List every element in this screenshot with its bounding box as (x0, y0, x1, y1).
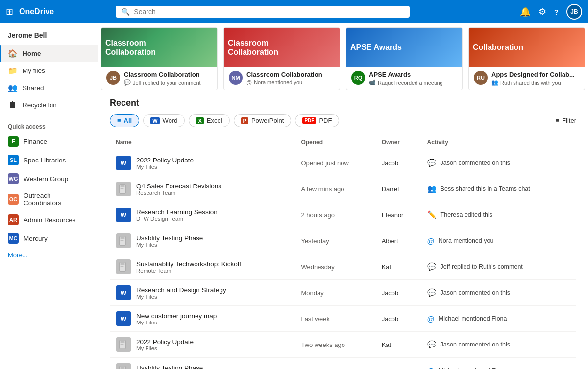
table-row[interactable]: W Research and Design Strategy My Files … (110, 280, 576, 306)
filter-all[interactable]: ≡ All (110, 114, 139, 127)
table-row[interactable]: Usablity Testing Phase My Files Yesterda… (110, 228, 576, 254)
generic-file-icon (116, 337, 131, 352)
activity-text: Michael mentioned Fiona (439, 367, 507, 369)
word-filter-icon: W (150, 117, 159, 124)
table-row[interactable]: Sustainablity Techworkshop: Kickoff Remo… (110, 254, 576, 280)
file-activity: 💬 Jason commented on this (421, 150, 576, 176)
cards-row: ClassroomCollaboration JB Classroom Coll… (98, 23, 588, 94)
file-location: My Files (136, 164, 194, 170)
sidebar-item-western[interactable]: WG Western Group (0, 169, 98, 188)
sidebar-item-finance[interactable]: F Finance (0, 132, 98, 151)
sidebar-label-admin: Admin Resources (24, 216, 76, 224)
card-apse[interactable]: APSE Awards RQ APSE Awards 📹 Raquel reco… (346, 27, 463, 90)
activity-icon: @ (427, 315, 435, 323)
file-owner: Darrel (376, 176, 421, 202)
table-row[interactable]: W 2022 Policy Update My Files Opened jus… (110, 150, 576, 176)
file-name-cell[interactable]: Usablity Testing Phase Environmental Sus… (110, 358, 295, 369)
file-name-cell[interactable]: 2022 Policy Update My Files (110, 332, 295, 358)
file-name-cell[interactable]: W Research and Design Strategy My Files (110, 280, 295, 306)
table-row[interactable]: Usablity Testing Phase Environmental Sus… (110, 358, 576, 369)
file-location: My Files (136, 294, 226, 300)
file-type-icon: W (116, 285, 131, 300)
excel-filter-icon: X (196, 117, 203, 124)
western-icon: WG (8, 173, 19, 184)
card1-subtitle: 💬 Jeff replied to your comment (124, 79, 201, 86)
card-classroom2[interactable]: ClassroomCollaboration NM Classroom Coll… (223, 27, 340, 90)
sidebar-label-spec: Spec Libraries (24, 157, 66, 164)
file-location: D+W Design Team (136, 216, 218, 222)
search-box[interactable]: 🔍 (116, 6, 410, 18)
all-filter-icon: ≡ (117, 117, 121, 124)
activity-icon: @ (427, 237, 435, 245)
settings-icon[interactable]: ⚙ (539, 6, 546, 17)
generic-file-icon (116, 363, 131, 369)
file-name-cell[interactable]: W New customer journey map My Files (110, 306, 295, 332)
outreach-icon: OC (8, 194, 19, 205)
ppt-filter-icon: P (241, 117, 248, 124)
card-avatar-1: JB (106, 71, 120, 85)
file-activity: @ Nora mentioned you (421, 228, 576, 254)
sidebar-item-mercury[interactable]: MC Mercury (0, 229, 98, 248)
filter-bar: ≡ All W Word X Excel P PowerPoint PDF (110, 114, 576, 127)
sidebar-item-shared[interactable]: 👥 Shared (0, 79, 98, 96)
card2-subtitle: @ Nora mentioned you (246, 79, 322, 85)
sidebar-more[interactable]: More... (0, 248, 98, 263)
file-opened: Monday (295, 280, 375, 306)
file-name-cell[interactable]: W Research Learning Session D+W Design T… (110, 202, 295, 228)
file-name: Usablity Testing Phase (136, 364, 207, 369)
sidebar-item-home[interactable]: 🏠 Home (0, 45, 98, 62)
file-name-cell[interactable]: Usablity Testing Phase My Files (110, 228, 295, 254)
file-name-cell[interactable]: W 2022 Policy Update My Files (110, 150, 295, 176)
file-name: 2022 Policy Update (136, 338, 194, 346)
generic-file-icon (116, 259, 131, 274)
user-avatar[interactable]: JB (566, 4, 582, 20)
file-name: Research and Design Strategy (136, 286, 226, 294)
file-location: My Files (136, 320, 217, 325)
sidebar-label-recycle: Recycle bin (23, 101, 57, 109)
file-name-cell[interactable]: Q4 Sales Forecast Revisions Research Tea… (110, 176, 295, 202)
notification-icon[interactable]: 🔔 (520, 6, 531, 17)
file-name-cell[interactable]: Sustainablity Techworkshop: Kickoff Remo… (110, 254, 295, 280)
sidebar-item-admin[interactable]: AR Admin Resources (0, 210, 98, 229)
col-owner: Owner (376, 135, 421, 150)
activity-text: Michael mentioned Fiona (439, 315, 507, 322)
pdf-filter-icon: PDF (302, 117, 316, 124)
generic-file-icon (116, 233, 131, 248)
sidebar-item-myfiles[interactable]: 📁 My files (0, 62, 98, 79)
file-owner: Jacob (376, 150, 421, 176)
help-icon[interactable]: ? (554, 8, 559, 16)
filter-excel[interactable]: X Excel (189, 114, 229, 127)
file-owner: Jacob (376, 358, 421, 369)
cards-section: ClassroomCollaboration JB Classroom Coll… (98, 23, 588, 94)
file-owner: Albert (376, 228, 421, 254)
shared-icon: 👥 (8, 83, 18, 92)
activity-text: Jeff replied to Ruth's comment (441, 263, 523, 270)
search-input[interactable] (134, 8, 404, 16)
app-grid-icon[interactable]: ⊞ (6, 6, 13, 17)
file-activity: ✏️ Theresa edited this (421, 202, 576, 228)
content-area: ClassroomCollaboration JB Classroom Coll… (98, 23, 588, 369)
filter-pdf[interactable]: PDF PDF (295, 114, 339, 127)
col-name[interactable]: Name (110, 135, 295, 150)
card3-title: APSE Awards (369, 71, 443, 78)
file-type-icon: W (116, 207, 131, 223)
file-activity: @ Michael mentioned Fiona (421, 358, 576, 369)
filter-right-btn[interactable]: ≡ Filter (556, 117, 576, 124)
sidebar-item-outreach[interactable]: OC Outreach Coordinators (0, 188, 98, 210)
sidebar-username: Jerome Bell (0, 27, 98, 45)
activity-text: Nora mentioned you (439, 237, 494, 244)
table-row[interactable]: Q4 Sales Forecast Revisions Research Tea… (110, 176, 576, 202)
card-avatar-3: RQ (351, 71, 365, 85)
file-activity: 💬 Jeff replied to Ruth's comment (421, 254, 576, 280)
file-location: Remote Team (136, 268, 241, 274)
card-apps[interactable]: Collaboration RU Apps Designed for Colla… (468, 27, 585, 90)
table-row[interactable]: 2022 Policy Update My Files Two weeks ag… (110, 332, 576, 358)
filter-word[interactable]: W Word (143, 114, 185, 127)
file-name: New customer journey map (136, 312, 217, 320)
table-row[interactable]: W Research Learning Session D+W Design T… (110, 202, 576, 228)
sidebar-item-spec[interactable]: SL Spec Libraries (0, 151, 98, 169)
filter-powerpoint[interactable]: P PowerPoint (234, 114, 292, 127)
sidebar-item-recycle[interactable]: 🗑 Recycle bin (0, 96, 98, 113)
card-classroom1[interactable]: ClassroomCollaboration JB Classroom Coll… (101, 27, 218, 90)
table-row[interactable]: W New customer journey map My Files Last… (110, 306, 576, 332)
